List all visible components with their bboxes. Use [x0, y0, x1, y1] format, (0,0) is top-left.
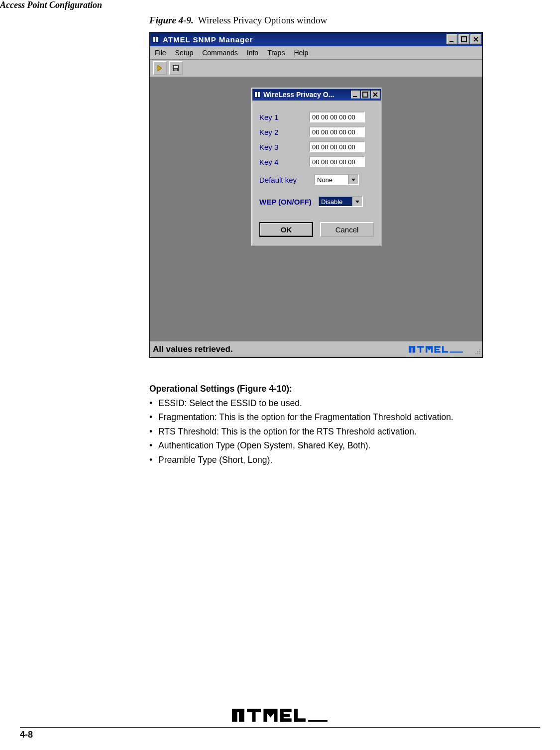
body-text: Operational Settings (Figure 4-10): ESSI… — [149, 383, 508, 466]
svg-rect-8 — [353, 96, 357, 97]
wep-combo[interactable] — [318, 196, 368, 207]
svg-rect-7 — [174, 69, 177, 71]
dialog-minimize-button[interactable] — [351, 91, 360, 99]
svg-rect-32 — [479, 353, 480, 354]
svg-rect-0 — [449, 41, 453, 42]
app-titlebar: ATMEL SNMP Manager — [150, 32, 482, 46]
toolbar — [150, 60, 482, 78]
svg-rect-30 — [475, 353, 476, 354]
svg-marker-13 — [355, 201, 359, 203]
menu-file[interactable]: File — [155, 49, 166, 57]
svg-rect-17 — [420, 346, 421, 352]
toolbar-connect-button[interactable] — [153, 61, 167, 75]
key2-input[interactable] — [309, 126, 365, 137]
resize-grip-icon[interactable] — [473, 342, 482, 356]
footer: . — [0, 705, 560, 740]
svg-rect-21 — [435, 346, 441, 347]
menu-info[interactable]: Info — [247, 49, 258, 57]
list-item: ESSID: Select the ESSID to be used. — [149, 397, 508, 410]
svg-rect-46 — [308, 720, 328, 722]
svg-rect-22 — [435, 349, 440, 350]
svg-rect-9 — [363, 92, 368, 97]
menu-setup[interactable]: Setup — [175, 49, 194, 57]
app-icon — [152, 35, 160, 43]
svg-rect-35 — [232, 709, 244, 712]
svg-rect-31 — [477, 353, 478, 354]
figure-caption: Figure 4-9. Wireless Privacy Options win… — [149, 15, 540, 26]
list-item: Fragmentation: This is the option for th… — [149, 411, 508, 424]
section-heading: Operational Settings (Figure 4-10): — [149, 383, 508, 395]
ok-button-label: OK — [281, 225, 292, 234]
svg-rect-29 — [479, 351, 480, 352]
key2-label: Key 2 — [259, 128, 309, 136]
cancel-button-label: Cancel — [336, 225, 359, 234]
figure-label: Figure 4-9. — [149, 15, 194, 25]
key4-input[interactable] — [309, 156, 365, 167]
dialog-icon — [254, 91, 261, 98]
default-key-label: Default key — [259, 176, 314, 184]
list-item: RTS Threshold: This is the option for th… — [149, 426, 508, 438]
key3-input[interactable] — [309, 141, 365, 152]
svg-rect-42 — [280, 714, 290, 717]
svg-rect-25 — [442, 351, 448, 352]
svg-rect-1 — [461, 37, 466, 42]
svg-marker-4 — [158, 65, 162, 71]
footer-logo — [50, 705, 510, 727]
menu-traps[interactable]: Traps — [267, 49, 285, 57]
svg-rect-28 — [477, 351, 478, 352]
menubar: File Setup Commands Info Traps Help — [150, 46, 482, 60]
maximize-button[interactable] — [458, 34, 469, 44]
key3-label: Key 3 — [259, 143, 309, 151]
app-title: ATMEL SNMP Manager — [163, 35, 447, 44]
list-item: Authentication Type (Open System, Shared… — [149, 439, 508, 452]
wep-value[interactable] — [318, 196, 352, 207]
ok-button[interactable]: OK — [259, 222, 313, 237]
svg-rect-43 — [280, 718, 292, 722]
dialog-title: WireLess Privacy O... — [263, 91, 351, 99]
svg-rect-41 — [280, 709, 292, 712]
dialog-close-button[interactable] — [371, 91, 380, 99]
svg-marker-12 — [351, 179, 355, 181]
statusbar: All values retrieved. — [150, 341, 482, 357]
svg-rect-27 — [479, 349, 480, 350]
wep-label: WEP (ON/OFF) — [259, 198, 318, 206]
minimize-button[interactable] — [447, 34, 457, 44]
menu-commands[interactable]: Commands — [202, 49, 238, 57]
privacy-options-dialog: WireLess Privacy O... — [251, 88, 382, 246]
dialog-titlebar: WireLess Privacy O... — [252, 89, 381, 101]
figure-caption-text: Wireless Privacy Options window — [198, 15, 327, 25]
chevron-down-icon[interactable] — [348, 174, 359, 185]
svg-rect-45 — [294, 718, 306, 722]
chevron-down-icon[interactable] — [352, 196, 363, 207]
list-item: Preamble Type (Short, Long). — [149, 454, 508, 466]
svg-rect-23 — [435, 351, 441, 352]
default-key-combo[interactable] — [314, 174, 359, 185]
client-area: WireLess Privacy O... — [150, 78, 482, 341]
cancel-button[interactable]: Cancel — [320, 222, 374, 237]
close-button[interactable] — [470, 34, 481, 44]
status-text: All values retrieved. — [153, 344, 409, 354]
page-number: 4-8 — [20, 730, 50, 740]
key4-label: Key 4 — [259, 158, 309, 166]
svg-rect-37 — [252, 709, 255, 722]
dialog-maximize-button[interactable] — [361, 91, 370, 99]
app-window: ATMEL SNMP Manager File Setup C — [149, 32, 483, 358]
brand-logo — [409, 342, 473, 356]
menu-help[interactable]: Help — [294, 49, 308, 57]
running-header: Access Point Configuration — [0, 0, 102, 10]
key1-input[interactable] — [309, 111, 365, 122]
default-key-value[interactable] — [314, 174, 348, 185]
svg-rect-6 — [174, 66, 178, 68]
svg-rect-26 — [450, 351, 463, 352]
toolbar-save-button[interactable] — [169, 61, 183, 75]
key1-label: Key 1 — [259, 113, 309, 121]
